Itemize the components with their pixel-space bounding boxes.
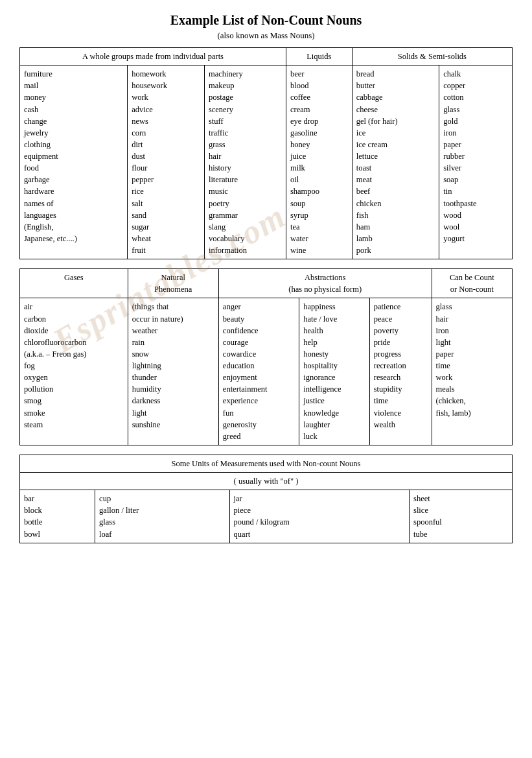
table1-header2: Liquids	[286, 48, 352, 65]
subtitle: (also known as Mass Nouns)	[19, 30, 513, 41]
table1-header3: Solids & Semi-solids	[352, 48, 512, 65]
table2-col3b: happiness hate / love health help honest…	[299, 298, 370, 445]
table2-header1: Gases	[20, 269, 128, 298]
table3-col4: sheet slice spoonful tube	[410, 490, 513, 543]
table2-header3: Abstractions (has no physical form)	[218, 269, 432, 298]
table1-col5: bread butter cabbage cheese gel (for hai…	[352, 65, 439, 259]
table3-subheader: ( usually with "of" )	[20, 473, 513, 490]
table2-col1: air carbon dioxide chlorofluorocarbon (a…	[20, 298, 128, 445]
table-measurements: Some Units of Measurements used with Non…	[19, 455, 513, 543]
table2-col3a: anger beauty confidence courage cowardic…	[218, 298, 299, 445]
table2-col4: glass hair iron light paper time work me…	[432, 298, 512, 445]
table1-col3: machinery makeup postage scenery stuff t…	[204, 65, 286, 259]
table1-col4: beer blood coffee cream eye drop gasolin…	[286, 65, 352, 259]
table3-col1: bar block bottle bowl	[20, 490, 95, 543]
page-title: Example List of Non-Count Nouns	[19, 13, 513, 28]
table2-header4: Can be Count or Non-count	[432, 269, 512, 298]
table3-col3: jar piece pound / kilogram quart	[229, 490, 409, 543]
table3-col2: cup gallon / liter glass loaf	[95, 490, 229, 543]
table-gases-abstractions: Gases Natural Phenomena Abstractions (ha…	[19, 268, 513, 445]
table1-col2: homework housework work advice news corn…	[128, 65, 205, 259]
table1-header1: A whole groups made from individual part…	[20, 48, 286, 65]
table1-col6: chalk copper cotton glass gold iron pape…	[439, 65, 513, 259]
table2-header2: Natural Phenomena	[128, 269, 218, 298]
table3-header: Some Units of Measurements used with Non…	[20, 455, 513, 472]
table2-col3c: patience peace poverty pride progress re…	[369, 298, 432, 445]
table-noncount-nouns: A whole groups made from individual part…	[19, 47, 513, 259]
table1-col1: furniture mail money cash change jewelry…	[20, 65, 128, 259]
table2-col2: (things that occur in nature) weather ra…	[128, 298, 218, 445]
